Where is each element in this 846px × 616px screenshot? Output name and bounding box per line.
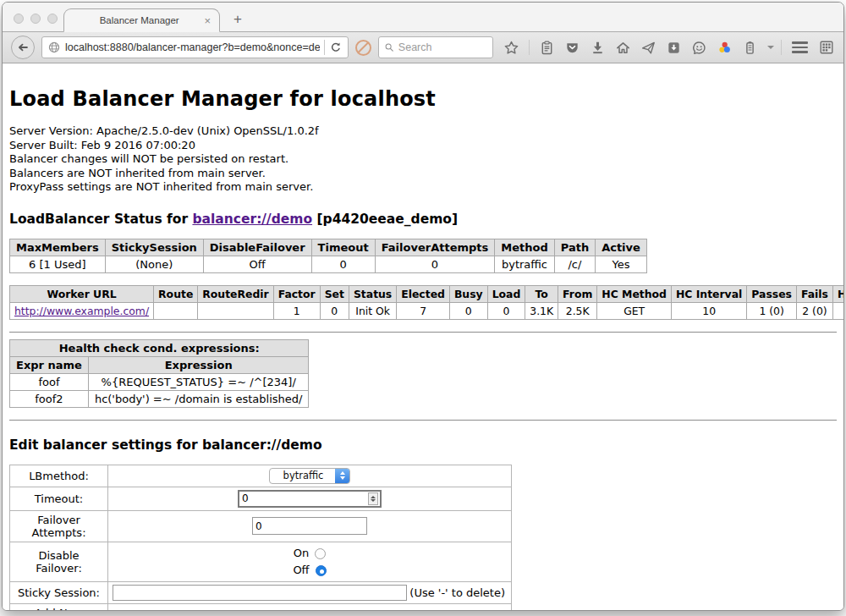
worker-table: Worker URL Route RouteRedir Factor Set S… [9, 285, 843, 320]
tab-balancer-manager[interactable]: Balancer Manager × [63, 8, 220, 32]
new-tab-button[interactable]: + [233, 12, 242, 26]
pocket-icon [564, 40, 580, 56]
menu-button[interactable] [792, 41, 808, 52]
failover-attempts-row: Failover Attempts: 0 [10, 510, 512, 542]
sticky-session-hint: (Use '-' to delete) [409, 586, 507, 599]
hamburger-menu-icon [792, 41, 808, 43]
number-stepper-icon[interactable] [368, 492, 378, 505]
reload-icon [329, 41, 343, 54]
tab-title: Balancer Manager [76, 15, 202, 25]
worker-header-row: Worker URL Route RouteRedir Factor Set S… [10, 285, 844, 302]
off-label: Off [293, 564, 309, 576]
reading-list-button[interactable] [539, 40, 555, 56]
balancer-header-row: MaxMembers StickySession DisableFailover… [10, 239, 647, 256]
window-zoom-button[interactable] [47, 14, 58, 24]
balancer-demo-link[interactable]: balancer://demo [192, 212, 312, 227]
add-worker-label: Add New Worker: [10, 603, 108, 611]
timeout-row: Timeout: 0 [10, 487, 512, 510]
send-tab-button[interactable] [640, 40, 656, 56]
url-text[interactable]: localhost:8880/balancer-manager?b=demo&n… [65, 41, 320, 53]
navigation-toolbar: localhost:8880/balancer-manager?b=demo&n… [3, 32, 843, 63]
panel-download-icon [666, 40, 682, 56]
window-controls [14, 14, 58, 24]
panel-download-button[interactable] [666, 40, 682, 56]
page-content: Load Balancer Manager for localhost Serv… [3, 63, 843, 611]
on-label: On [294, 547, 309, 559]
health-check-table: Health check cond. expressions: Expr nam… [9, 339, 309, 408]
worker-url-link[interactable]: http://www.example.com/ [14, 305, 149, 317]
downloads-button[interactable] [590, 40, 606, 56]
toolbar-separator-2 [781, 40, 782, 55]
search-bar[interactable] [378, 36, 493, 58]
grid-icon [818, 39, 835, 56]
reload-button[interactable] [329, 41, 343, 54]
toolbar-right-group [781, 39, 835, 56]
sticky-session-input[interactable] [113, 585, 407, 601]
sticky-session-label: Sticky Session: [10, 581, 108, 603]
send-icon [640, 40, 656, 56]
dropdown-caret-icon[interactable] [767, 46, 774, 49]
window-close-button[interactable] [14, 14, 24, 24]
server-built: Server Built: Feb 9 2016 07:00:20 [9, 139, 837, 153]
clipboard-icon [539, 40, 555, 56]
globe-icon [47, 41, 61, 54]
back-button[interactable] [11, 36, 35, 59]
disable-failover-row: Disable Failover: On Off [10, 542, 512, 581]
hc-row-foof2: foof2 hc('body') =~ /domain is establish… [10, 390, 309, 407]
colored-dots-icon [717, 40, 733, 56]
bookmark-star-button[interactable] [503, 40, 519, 56]
worker-value-row: http://www.example.com/ 1 0 Init Ok 7 0 … [10, 302, 844, 319]
timeout-label: Timeout: [10, 487, 108, 510]
url-bar[interactable]: localhost:8880/balancer-manager?b=demo&n… [41, 36, 349, 58]
divider-1 [9, 332, 837, 333]
tab-bar: Balancer Manager × + [3, 3, 843, 32]
battery-icon [742, 40, 758, 56]
page-title: Load Balancer Manager for localhost [9, 87, 837, 111]
radio-off[interactable] [316, 565, 327, 576]
proxypass-note: ProxyPass settings are NOT inherited fro… [9, 180, 837, 195]
edit-balancer-form: LBmethod: bytraffic Timeout: 0 [9, 465, 512, 611]
search-input[interactable] [398, 41, 487, 53]
balancer-status-table: MaxMembers StickySession DisableFailover… [9, 239, 647, 273]
add-worker-row: Add New Worker: Are you sure? [10, 603, 512, 611]
persist-note: Balancer changes will NOT be persisted o… [9, 152, 837, 167]
back-icon [15, 40, 30, 55]
balancer-value-row: 6 [1 Used] (None) Off 0 0 bytraffic /c/ … [10, 256, 647, 272]
inherit-note: Balancers are NOT inherited from main se… [9, 167, 837, 181]
content-blocked-button[interactable] [355, 40, 371, 56]
feedback-button[interactable] [691, 40, 707, 56]
select-stepper-icon [335, 468, 349, 484]
toolbar-buttons [503, 40, 774, 56]
window-minimize-button[interactable] [30, 14, 41, 24]
tab-close-icon[interactable]: × [202, 15, 212, 26]
disable-failover-label: Disable Failover: [10, 542, 108, 581]
lbmethod-label: LBmethod: [10, 465, 108, 487]
home-button[interactable] [615, 40, 631, 56]
pocket-button[interactable] [564, 40, 580, 56]
battery-extension-button[interactable] [742, 40, 758, 56]
divider-2 [9, 420, 837, 421]
home-icon [615, 40, 631, 56]
failover-attempts-label: Failover Attempts: [10, 510, 108, 542]
server-version: Server Version: Apache/2.5.0-dev (Unix) … [9, 124, 837, 139]
loadbalancer-status-heading: LoadBalancer Status for balancer://demo … [9, 212, 837, 227]
url-separator [324, 40, 325, 55]
radio-on[interactable] [315, 548, 326, 559]
chat-smiley-icon [691, 40, 707, 56]
sticky-session-row: Sticky Session: (Use '-' to delete) [10, 581, 512, 603]
browser-window: Balancer Manager × + localhost:8880/bala… [2, 2, 844, 611]
lbmethod-select[interactable]: bytraffic [269, 468, 351, 484]
grid-panel-button[interactable] [818, 39, 835, 56]
lbmethod-row: LBmethod: bytraffic [10, 465, 512, 487]
health-check-title: Health check cond. expressions: [10, 339, 309, 356]
server-info: Server Version: Apache/2.5.0-dev (Unix) … [9, 124, 837, 195]
timeout-input[interactable]: 0 [238, 490, 382, 508]
hc-row-foof: foof %{REQUEST_STATUS} =~ /^[234]/ [10, 373, 309, 390]
failover-attempts-input[interactable]: 0 [252, 517, 367, 535]
edit-settings-heading: Edit balancer settings for balancer://de… [9, 437, 837, 453]
search-icon [384, 41, 394, 53]
toolbar-separator [529, 40, 530, 55]
star-icon [503, 40, 519, 56]
blocked-icon [355, 40, 371, 56]
extension-dots-button[interactable] [717, 40, 733, 56]
